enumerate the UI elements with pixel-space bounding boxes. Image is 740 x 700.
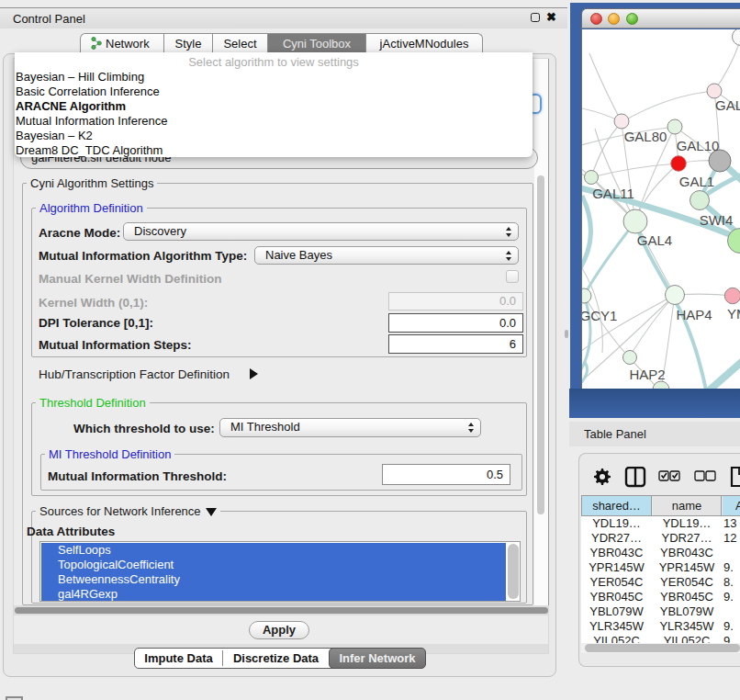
svg-text:SWI4: SWI4 — [700, 212, 734, 228]
svg-text:GAL4: GAL4 — [637, 232, 672, 248]
svg-text:GAL80: GAL80 — [624, 129, 667, 144]
svg-text:GAL1: GAL1 — [679, 174, 714, 189]
svg-text:YM: YM — [727, 306, 740, 322]
svg-text:GAL7: GAL7 — [715, 97, 740, 113]
svg-text:GAL10: GAL10 — [677, 138, 720, 153]
svg-text:GAL11: GAL11 — [592, 186, 634, 201]
svg-text:HAP2: HAP2 — [629, 367, 665, 382]
svg-text:GCY1: GCY1 — [582, 308, 617, 323]
svg-text:HAP4: HAP4 — [676, 307, 712, 322]
